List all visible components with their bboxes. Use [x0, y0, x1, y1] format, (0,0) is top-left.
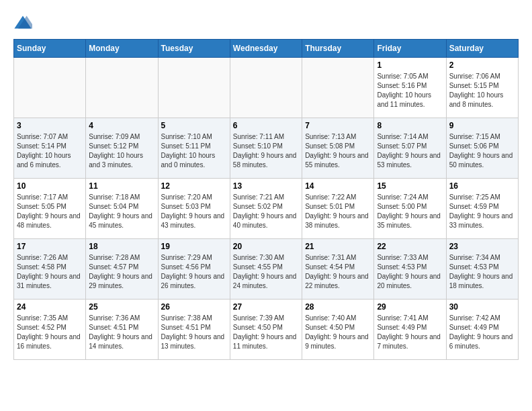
calendar-cell: 3Sunrise: 7:07 AMSunset: 5:14 PMDaylight…: [14, 118, 86, 179]
calendar-cell: 10Sunrise: 7:17 AMSunset: 5:05 PMDayligh…: [14, 179, 86, 239]
week-row-4: 17Sunrise: 7:26 AMSunset: 4:58 PMDayligh…: [14, 239, 519, 300]
day-info: Sunrise: 7:20 AMSunset: 5:03 PMDaylight:…: [161, 193, 227, 230]
week-row-2: 3Sunrise: 7:07 AMSunset: 5:14 PMDaylight…: [14, 118, 519, 179]
day-number: 4: [89, 121, 154, 130]
day-info: Sunrise: 7:31 AMSunset: 4:54 PMDaylight:…: [305, 253, 371, 291]
calendar-cell: 7Sunrise: 7:13 AMSunset: 5:08 PMDaylight…: [302, 118, 374, 179]
calendar-cell: 22Sunrise: 7:33 AMSunset: 4:53 PMDayligh…: [374, 239, 446, 300]
calendar-cell: 18Sunrise: 7:28 AMSunset: 4:57 PMDayligh…: [86, 239, 158, 300]
calendar-cell: [14, 58, 86, 118]
calendar-cell: [230, 58, 302, 118]
calendar-cell: 26Sunrise: 7:38 AMSunset: 4:51 PMDayligh…: [158, 300, 230, 360]
day-header-sunday: Sunday: [14, 40, 86, 58]
calendar-cell: [86, 58, 158, 118]
calendar-cell: 6Sunrise: 7:11 AMSunset: 5:10 PMDaylight…: [230, 118, 302, 179]
calendar-cell: 11Sunrise: 7:18 AMSunset: 5:04 PMDayligh…: [86, 179, 158, 239]
day-number: 5: [161, 121, 227, 130]
calendar-cell: 8Sunrise: 7:14 AMSunset: 5:07 PMDaylight…: [374, 118, 446, 179]
day-number: 24: [17, 302, 83, 312]
day-info: Sunrise: 7:33 AMSunset: 4:53 PMDaylight:…: [377, 253, 443, 291]
calendar-cell: 24Sunrise: 7:35 AMSunset: 4:52 PMDayligh…: [14, 300, 86, 360]
day-info: Sunrise: 7:28 AMSunset: 4:57 PMDaylight:…: [89, 253, 154, 291]
calendar-cell: 2Sunrise: 7:06 AMSunset: 5:15 PMDaylight…: [446, 58, 518, 118]
day-info: Sunrise: 7:18 AMSunset: 5:04 PMDaylight:…: [89, 193, 154, 230]
calendar-cell: 17Sunrise: 7:26 AMSunset: 4:58 PMDayligh…: [14, 239, 86, 300]
calendar-cell: 21Sunrise: 7:31 AMSunset: 4:54 PMDayligh…: [302, 239, 374, 300]
calendar-cell: 5Sunrise: 7:10 AMSunset: 5:11 PMDaylight…: [158, 118, 230, 179]
day-info: Sunrise: 7:42 AMSunset: 4:49 PMDaylight:…: [449, 314, 515, 351]
calendar-cell: 1Sunrise: 7:05 AMSunset: 5:16 PMDaylight…: [374, 58, 446, 118]
day-number: 18: [89, 242, 154, 251]
day-number: 26: [161, 302, 227, 312]
day-info: Sunrise: 7:05 AMSunset: 5:16 PMDaylight:…: [377, 72, 443, 109]
day-number: 14: [305, 181, 371, 191]
day-number: 25: [89, 302, 154, 312]
day-info: Sunrise: 7:35 AMSunset: 4:52 PMDaylight:…: [17, 314, 83, 351]
calendar-body: 1Sunrise: 7:05 AMSunset: 5:16 PMDaylight…: [14, 58, 519, 360]
calendar-cell: [302, 58, 374, 118]
day-header-saturday: Saturday: [446, 40, 518, 58]
day-number: 15: [377, 181, 443, 191]
day-number: 29: [377, 302, 443, 312]
day-info: Sunrise: 7:34 AMSunset: 4:53 PMDaylight:…: [449, 253, 515, 291]
calendar-cell: 15Sunrise: 7:24 AMSunset: 5:00 PMDayligh…: [374, 179, 446, 239]
page-header: [13, 13, 519, 32]
calendar-cell: 20Sunrise: 7:30 AMSunset: 4:55 PMDayligh…: [230, 239, 302, 300]
day-info: Sunrise: 7:06 AMSunset: 5:15 PMDaylight:…: [449, 72, 515, 109]
day-info: Sunrise: 7:21 AMSunset: 5:02 PMDaylight:…: [233, 193, 299, 230]
calendar-header: SundayMondayTuesdayWednesdayThursdayFrid…: [14, 40, 519, 58]
day-info: Sunrise: 7:26 AMSunset: 4:58 PMDaylight:…: [17, 253, 83, 291]
day-info: Sunrise: 7:29 AMSunset: 4:56 PMDaylight:…: [161, 253, 227, 291]
day-info: Sunrise: 7:40 AMSunset: 4:50 PMDaylight:…: [305, 314, 371, 351]
day-number: 12: [161, 181, 227, 191]
week-row-5: 24Sunrise: 7:35 AMSunset: 4:52 PMDayligh…: [14, 300, 519, 360]
header-row: SundayMondayTuesdayWednesdayThursdayFrid…: [14, 40, 519, 58]
day-number: 6: [233, 121, 299, 130]
calendar-cell: 9Sunrise: 7:15 AMSunset: 5:06 PMDaylight…: [446, 118, 518, 179]
calendar-cell: 13Sunrise: 7:21 AMSunset: 5:02 PMDayligh…: [230, 179, 302, 239]
day-number: 3: [17, 121, 83, 130]
week-row-1: 1Sunrise: 7:05 AMSunset: 5:16 PMDaylight…: [14, 58, 519, 118]
day-number: 2: [449, 60, 515, 70]
calendar-cell: 30Sunrise: 7:42 AMSunset: 4:49 PMDayligh…: [446, 300, 518, 360]
day-info: Sunrise: 7:17 AMSunset: 5:05 PMDaylight:…: [17, 193, 83, 230]
day-number: 7: [305, 121, 371, 130]
calendar-cell: 23Sunrise: 7:34 AMSunset: 4:53 PMDayligh…: [446, 239, 518, 300]
day-number: 21: [305, 242, 371, 251]
day-info: Sunrise: 7:25 AMSunset: 4:59 PMDaylight:…: [449, 193, 515, 230]
day-number: 1: [377, 60, 443, 70]
calendar-cell: 14Sunrise: 7:22 AMSunset: 5:01 PMDayligh…: [302, 179, 374, 239]
day-number: 30: [449, 302, 515, 312]
day-info: Sunrise: 7:22 AMSunset: 5:01 PMDaylight:…: [305, 193, 371, 230]
logo: [13, 13, 35, 32]
day-number: 27: [233, 302, 299, 312]
day-info: Sunrise: 7:30 AMSunset: 4:55 PMDaylight:…: [233, 253, 299, 291]
calendar-cell: 12Sunrise: 7:20 AMSunset: 5:03 PMDayligh…: [158, 179, 230, 239]
week-row-3: 10Sunrise: 7:17 AMSunset: 5:05 PMDayligh…: [14, 179, 519, 239]
day-header-wednesday: Wednesday: [230, 40, 302, 58]
day-info: Sunrise: 7:38 AMSunset: 4:51 PMDaylight:…: [161, 314, 227, 351]
calendar-cell: 27Sunrise: 7:39 AMSunset: 4:50 PMDayligh…: [230, 300, 302, 360]
day-info: Sunrise: 7:15 AMSunset: 5:06 PMDaylight:…: [449, 132, 515, 170]
logo-icon: [13, 13, 32, 32]
day-header-monday: Monday: [86, 40, 158, 58]
day-number: 20: [233, 242, 299, 251]
calendar-cell: 16Sunrise: 7:25 AMSunset: 4:59 PMDayligh…: [446, 179, 518, 239]
day-info: Sunrise: 7:41 AMSunset: 4:49 PMDaylight:…: [377, 314, 443, 351]
day-number: 23: [449, 242, 515, 251]
day-info: Sunrise: 7:09 AMSunset: 5:12 PMDaylight:…: [89, 132, 154, 170]
calendar-cell: 28Sunrise: 7:40 AMSunset: 4:50 PMDayligh…: [302, 300, 374, 360]
calendar-cell: [158, 58, 230, 118]
calendar-cell: 4Sunrise: 7:09 AMSunset: 5:12 PMDaylight…: [86, 118, 158, 179]
day-number: 19: [161, 242, 227, 251]
day-info: Sunrise: 7:14 AMSunset: 5:07 PMDaylight:…: [377, 132, 443, 170]
day-info: Sunrise: 7:36 AMSunset: 4:51 PMDaylight:…: [89, 314, 154, 351]
day-number: 9: [449, 121, 515, 130]
day-header-thursday: Thursday: [302, 40, 374, 58]
day-info: Sunrise: 7:39 AMSunset: 4:50 PMDaylight:…: [233, 314, 299, 351]
day-number: 28: [305, 302, 371, 312]
calendar-table: SundayMondayTuesdayWednesdayThursdayFrid…: [13, 39, 519, 360]
day-info: Sunrise: 7:10 AMSunset: 5:11 PMDaylight:…: [161, 132, 227, 170]
day-number: 17: [17, 242, 83, 251]
day-number: 10: [17, 181, 83, 191]
